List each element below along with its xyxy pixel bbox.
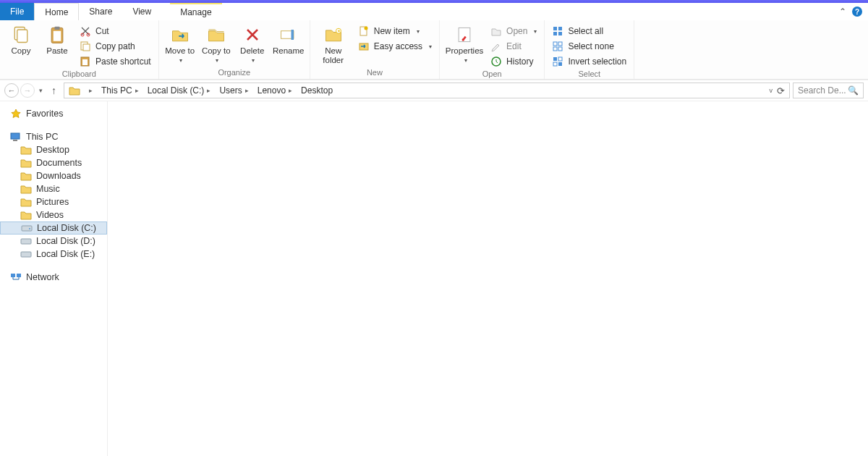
group-clipboard: Copy Paste Cut Copy path Paste shortcut [0, 20, 159, 79]
paste-button[interactable]: Paste [41, 23, 74, 56]
new-item-button[interactable]: New item▾ [355, 25, 435, 38]
group-organize-label: Organize [163, 67, 305, 79]
new-folder-button[interactable]: ✦ New folder [315, 23, 352, 65]
folder-icon [69, 85, 80, 96]
copy-path-button[interactable]: Copy path [77, 40, 154, 53]
tree-item-local-disk-e[interactable]: Local Disk (E:) [0, 248, 107, 261]
cut-label: Cut [95, 26, 109, 36]
svg-rect-4 [54, 31, 61, 41]
tab-file[interactable]: File [0, 3, 34, 20]
up-button[interactable]: ↑ [47, 85, 61, 96]
breadcrumb-separator-icon[interactable]: ▸ [86, 87, 95, 94]
search-input[interactable]: Search De... 🔍 [793, 83, 864, 98]
svg-rect-25 [553, 42, 557, 46]
copy-path-icon [80, 41, 91, 52]
breadcrumb-label: Local Disk (C:) [148, 85, 205, 96]
select-all-button[interactable]: Select all [549, 25, 629, 38]
address-dropdown-icon[interactable]: v [770, 87, 773, 94]
breadcrumb[interactable]: Local Disk (C:)▸ [145, 85, 217, 96]
paste-icon [47, 25, 67, 45]
svg-rect-33 [11, 133, 20, 139]
tab-home[interactable]: Home [34, 3, 79, 20]
svg-rect-35 [22, 226, 32, 231]
breadcrumb-separator-icon[interactable]: ▸ [132, 87, 142, 94]
search-icon: 🔍 [848, 85, 859, 96]
select-all-icon [552, 25, 563, 37]
navigation-pane: Favorites This PC Desktop Documents Down… [0, 101, 108, 456]
tree-item-music[interactable]: Music [0, 182, 107, 195]
tab-view[interactable]: View [122, 3, 161, 20]
group-select: Select all Select none Invert selection … [545, 20, 634, 79]
copy-button[interactable]: Copy [4, 23, 38, 56]
refresh-icon[interactable]: ⟳ [777, 85, 785, 96]
copy-to-label: Copy to [202, 46, 231, 56]
tab-manage[interactable]: Manage [170, 3, 221, 20]
drive-icon [20, 236, 32, 246]
properties-button[interactable]: Properties▾ [444, 23, 485, 64]
easy-access-icon [358, 41, 370, 52]
group-clipboard-label: Clipboard [4, 68, 154, 80]
delete-button[interactable]: Delete▾ [236, 23, 269, 64]
tree-item-local-disk-c[interactable]: Local Disk (C:) [0, 221, 107, 235]
tree-label: Downloads [36, 171, 81, 181]
select-none-button[interactable]: Select none [549, 40, 629, 53]
chevron-down-icon: ▾ [216, 57, 218, 64]
easy-access-button[interactable]: Easy access▾ [355, 40, 435, 53]
collapse-ribbon-icon[interactable]: ⌃ [839, 7, 846, 17]
svg-rect-3 [55, 27, 60, 30]
breadcrumb-separator-icon[interactable]: ▸ [286, 87, 295, 94]
tree-item-desktop[interactable]: Desktop [0, 143, 107, 156]
tree-item-downloads[interactable]: Downloads [0, 169, 107, 182]
group-select-label: Select [549, 68, 629, 80]
open-button[interactable]: Open▾ [488, 25, 540, 38]
tree-item-local-disk-d[interactable]: Local Disk (D:) [0, 235, 107, 248]
tree-item-videos[interactable]: Videos [0, 208, 107, 221]
breadcrumb-separator-icon[interactable]: ▸ [204, 87, 213, 94]
copy-label: Copy [12, 46, 31, 56]
breadcrumb[interactable]: Desktop [298, 85, 336, 96]
star-icon [10, 109, 22, 119]
breadcrumb[interactable]: Lenovo▸ [255, 85, 298, 96]
tree-favorites[interactable]: Favorites [0, 107, 107, 120]
forward-button[interactable]: → [20, 83, 35, 98]
tree-label: Music [36, 184, 60, 194]
content-pane[interactable] [108, 101, 868, 456]
invert-selection-button[interactable]: Invert selection [549, 55, 629, 68]
move-to-button[interactable]: Move to▾ [163, 23, 197, 64]
tree-item-documents[interactable]: Documents [0, 156, 107, 169]
tree-this-pc[interactable]: This PC [0, 130, 107, 143]
breadcrumb[interactable]: Users▸ [216, 85, 254, 96]
tree-network[interactable]: Network [0, 271, 107, 284]
help-icon[interactable]: ? [852, 7, 862, 17]
cut-button[interactable]: Cut [77, 25, 154, 38]
history-icon [490, 56, 502, 67]
edit-button[interactable]: Edit [488, 40, 540, 53]
svg-rect-38 [21, 252, 31, 257]
copy-to-button[interactable]: Copy to▾ [200, 23, 233, 64]
recent-locations-icon[interactable]: ▾ [36, 87, 46, 94]
folder-icon [20, 171, 32, 181]
paste-shortcut-button[interactable]: Paste shortcut [77, 55, 154, 68]
svg-rect-37 [21, 239, 31, 244]
svg-rect-12 [291, 30, 294, 40]
tree-item-pictures[interactable]: Pictures [0, 195, 107, 208]
new-folder-label: New folder [315, 46, 352, 65]
paste-label: Paste [46, 46, 67, 56]
history-button[interactable]: History [488, 55, 540, 68]
navigation-bar: ← → ▾ ↑ ▸ This PC▸ Local Disk (C:)▸ User… [0, 80, 868, 101]
folder-icon [20, 145, 32, 155]
new-item-icon [358, 25, 370, 37]
rename-button[interactable]: Rename [272, 23, 305, 56]
breadcrumb[interactable]: This PC▸ [98, 85, 145, 96]
chevron-down-icon: ▾ [252, 57, 255, 64]
tab-share[interactable]: Share [79, 3, 122, 20]
drive-icon [20, 249, 32, 259]
group-new-label: New [315, 67, 435, 79]
svg-rect-40 [17, 274, 21, 277]
back-button[interactable]: ← [4, 83, 19, 98]
chevron-down-icon: ▾ [534, 28, 537, 35]
folder-icon [20, 158, 32, 168]
address-bar[interactable]: ▸ This PC▸ Local Disk (C:)▸ Users▸ Lenov… [64, 83, 790, 98]
breadcrumb-separator-icon[interactable]: ▸ [242, 87, 252, 94]
computer-icon [10, 132, 22, 142]
